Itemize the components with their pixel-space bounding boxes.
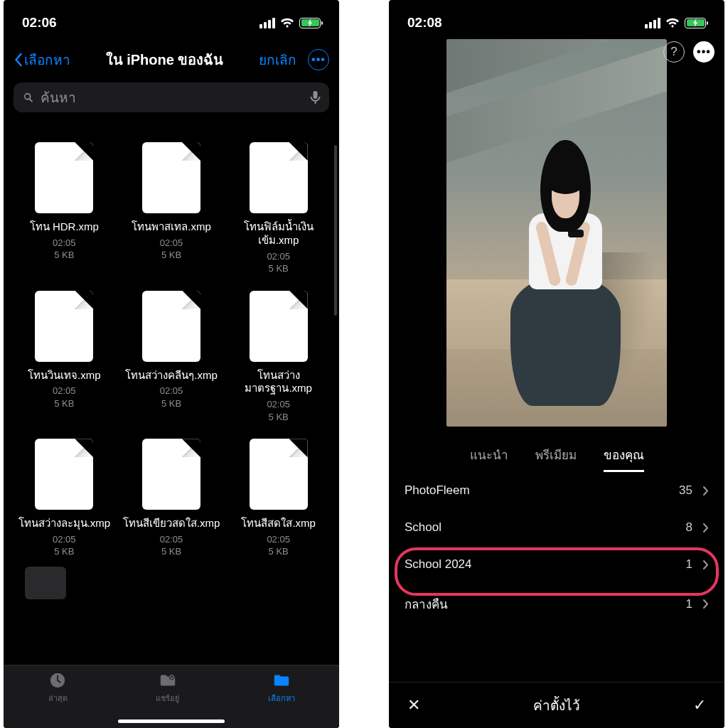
- file-meta: 02:055 KB: [267, 398, 290, 423]
- more-button[interactable]: •••: [308, 49, 329, 70]
- file-name: โทนฟิล์มน้ำเงินเข้ม.xmp: [229, 220, 328, 247]
- preset-name: PhotoFleem: [405, 483, 470, 498]
- status-icons: [645, 18, 706, 28]
- file-item[interactable]: โทน HDR.xmp 02:055 KB: [11, 142, 118, 275]
- person-illustration: [508, 140, 623, 412]
- file-icon: [250, 291, 308, 362]
- file-meta: 02:055 KB: [53, 237, 76, 262]
- file-icon: [142, 439, 200, 510]
- search-field[interactable]: ค้นหา: [14, 82, 329, 112]
- file-item[interactable]: โทนสีสดใส.xmp 02:055 KB: [225, 439, 332, 558]
- file-item[interactable]: โทนสว่างมาตรฐาน.xmp 02:055 KB: [225, 291, 332, 424]
- file-name: โทนสว่างมาตรฐาน.xmp: [229, 369, 328, 396]
- file-icon: [142, 142, 200, 213]
- signal-icon: [645, 18, 660, 28]
- file-name: โทนสีเขียวสดใส.xmp: [123, 517, 220, 530]
- tab-recent-label: ล่าสุด: [48, 692, 68, 705]
- file-meta: 02:055 KB: [53, 533, 76, 558]
- file-name: โทนพาสเทล.xmp: [132, 220, 211, 234]
- search-icon: [22, 91, 35, 104]
- status-time: 02:08: [407, 15, 442, 31]
- status-bar: 02:08: [389, 0, 724, 41]
- back-button[interactable]: เลือกหา: [14, 49, 70, 70]
- file-meta: 02:055 KB: [267, 533, 290, 558]
- wifi-icon: [665, 18, 680, 28]
- file-name: โทนวินเทจ.xmp: [28, 369, 101, 382]
- file-item[interactable]: โทนสว่างละมุน.xmp 02:055 KB: [11, 439, 118, 558]
- file-item[interactable]: โทนสีเขียวสดใส.xmp 02:055 KB: [118, 439, 225, 558]
- tab-recent[interactable]: ล่าสุด: [48, 671, 68, 705]
- tab-browse[interactable]: เลือกหา: [268, 671, 295, 705]
- file-item[interactable]: โทนวินเทจ.xmp 02:055 KB: [11, 291, 118, 424]
- tab-premium[interactable]: พรีเมียม: [535, 445, 577, 472]
- preset-count: 35: [679, 483, 692, 498]
- file-meta: 02:055 KB: [160, 385, 183, 410]
- mic-icon[interactable]: [310, 90, 321, 105]
- preset-count: 1: [686, 597, 692, 611]
- file-name: โทนสว่างคลีนๆ.xmp: [125, 369, 218, 382]
- file-meta: 02:055 KB: [160, 533, 183, 558]
- preset-list: PhotoFleem 35 School 8 School 2024 1 กลา…: [389, 472, 724, 625]
- chevron-right-icon: [702, 486, 709, 496]
- tab-browse-label: เลือกหา: [268, 692, 295, 705]
- tab-shared[interactable]: แชร์อยู่: [156, 671, 179, 705]
- file-item[interactable]: โทนสว่างคลีนๆ.xmp 02:055 KB: [118, 291, 225, 424]
- preset-row[interactable]: PhotoFleem 35: [389, 472, 724, 509]
- bottom-bar: ✕ ค่าตั้งไว้ ✓: [389, 682, 724, 728]
- preset-row[interactable]: School 8: [389, 509, 724, 546]
- file-icon: [250, 439, 308, 510]
- file-meta: 02:055 KB: [53, 385, 76, 410]
- tab-yours[interactable]: ของคุณ: [604, 445, 644, 472]
- search-placeholder: ค้นหา: [41, 87, 304, 108]
- preset-count: 8: [686, 520, 692, 535]
- status-icons: [259, 18, 321, 28]
- signal-icon: [259, 18, 275, 28]
- preset-name: กลางคืน: [405, 594, 448, 614]
- file-name: โทน HDR.xmp: [30, 220, 99, 234]
- chevron-right-icon: [702, 523, 709, 533]
- status-time: 02:06: [22, 15, 57, 31]
- lr-top-buttons: ? •••: [663, 41, 714, 63]
- tab-bar: ล่าสุด แชร์อยู่ เลือกหา: [4, 665, 339, 728]
- file-icon: [142, 291, 200, 362]
- battery-icon: [685, 18, 706, 28]
- file-item[interactable]: โทนฟิล์มน้ำเงินเข้ม.xmp 02:055 KB: [225, 142, 332, 275]
- partial-thumbnail[interactable]: [25, 567, 66, 599]
- file-icon: [250, 142, 308, 213]
- phone-lightroom: 02:08 ? •••: [389, 0, 724, 728]
- preset-row[interactable]: กลางคืน 1: [389, 583, 724, 625]
- file-icon: [35, 142, 93, 213]
- chevron-right-icon: [702, 599, 709, 609]
- file-name: โทนสีสดใส.xmp: [241, 517, 316, 530]
- preset-count: 1: [686, 557, 692, 572]
- options-button[interactable]: •••: [693, 41, 714, 63]
- phone-files: 02:06 เลือกหา ใน iPhone ของฉัน ยกเลิก: [4, 0, 339, 728]
- battery-icon: [299, 18, 321, 28]
- back-label: เลือกหา: [24, 49, 70, 70]
- file-icon: [35, 439, 93, 510]
- help-button[interactable]: ?: [663, 41, 685, 63]
- shared-folder-icon: [158, 671, 178, 690]
- nav-bar: เลือกหา ใน iPhone ของฉัน ยกเลิก •••: [4, 41, 339, 75]
- preset-name: School 2024: [405, 557, 472, 572]
- chevron-right-icon: [702, 560, 709, 570]
- confirm-button[interactable]: ✓: [693, 696, 706, 714]
- home-indicator[interactable]: [118, 719, 225, 723]
- page-title: ใน iPhone ของฉัน: [106, 48, 224, 71]
- file-name: โทนสว่างละมุน.xmp: [18, 517, 111, 530]
- cancel-button[interactable]: ยกเลิก: [259, 49, 296, 70]
- close-button[interactable]: ✕: [407, 696, 420, 714]
- folder-icon: [272, 671, 291, 690]
- file-grid: โทน HDR.xmp 02:055 KB โทนพาสเทล.xmp 02:0…: [4, 142, 339, 558]
- clock-icon: [48, 671, 68, 690]
- tab-shared-label: แชร์อยู่: [156, 692, 179, 705]
- panel-title: ค่าตั้งไว้: [533, 695, 580, 716]
- status-bar: 02:06: [4, 0, 339, 41]
- scrollbar[interactable]: [334, 145, 337, 316]
- file-icon: [35, 291, 93, 362]
- file-item[interactable]: โทนพาสเทล.xmp 02:055 KB: [118, 142, 225, 275]
- preset-row[interactable]: School 2024 1: [389, 546, 724, 583]
- wifi-icon: [280, 18, 294, 28]
- tab-recommended[interactable]: แนะนำ: [470, 445, 508, 472]
- photo-preview[interactable]: [446, 39, 667, 427]
